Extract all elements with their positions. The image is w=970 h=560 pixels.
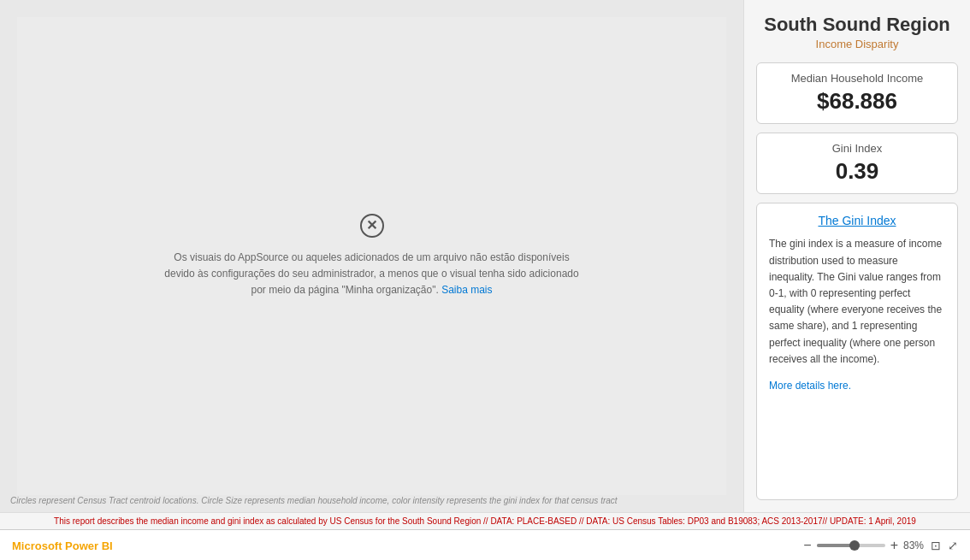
- map-footnote: Circles represent Census Tract centroid …: [10, 496, 618, 505]
- map-content: ✕ Os visuais do AppSource ou aqueles adi…: [17, 17, 726, 495]
- bottom-bar-right: − + 83% ⊡ ⤢: [803, 538, 958, 553]
- gini-index-card: Gini Index 0.39: [756, 133, 958, 194]
- median-income-card: Median Household Income $68.886: [756, 62, 958, 124]
- fullscreen-button[interactable]: ⤢: [948, 539, 958, 552]
- median-income-value: $68.886: [767, 88, 947, 115]
- gini-index-label: Gini Index: [767, 142, 947, 155]
- gini-more-details-link[interactable]: More details here.: [769, 380, 945, 392]
- error-text: Os visuais do AppSource ou aqueles adici…: [164, 251, 578, 296]
- zoom-percent: 83%: [903, 539, 924, 551]
- report-footer: This report describes the median income …: [0, 512, 970, 529]
- report-title: South Sound Region: [756, 14, 958, 36]
- median-income-label: Median Household Income: [767, 72, 947, 85]
- gini-info-body: The gini index is a measure of income di…: [769, 236, 945, 368]
- zoom-control: − + 83%: [803, 538, 924, 553]
- map-panel: ✕ Os visuais do AppSource ou aqueles adi…: [0, 0, 743, 512]
- error-message: Os visuais do AppSource ou aqueles adici…: [158, 250, 586, 299]
- zoom-out-button[interactable]: −: [803, 538, 811, 553]
- zoom-slider-thumb: [849, 540, 860, 551]
- brand-link-container: Microsoft Power BI: [12, 538, 113, 553]
- gini-index-value: 0.39: [767, 158, 947, 185]
- bottom-bar: Microsoft Power BI − + 83% ⊡ ⤢: [0, 529, 970, 560]
- report-subtitle: Income Disparity: [756, 38, 958, 50]
- gini-info-card: The Gini Index The gini index is a measu…: [756, 203, 958, 500]
- zoom-in-button[interactable]: +: [890, 538, 898, 553]
- fit-page-button[interactable]: ⊡: [931, 539, 941, 552]
- panel-title: South Sound Region Income Disparity: [756, 14, 958, 50]
- brand-link[interactable]: Microsoft Power BI: [12, 539, 113, 552]
- right-panel: South Sound Region Income Disparity Medi…: [743, 0, 970, 512]
- error-icon: ✕: [360, 214, 384, 238]
- learn-more-link[interactable]: Saiba mais: [441, 284, 492, 296]
- zoom-slider[interactable]: [817, 544, 885, 547]
- gini-info-title[interactable]: The Gini Index: [769, 214, 945, 227]
